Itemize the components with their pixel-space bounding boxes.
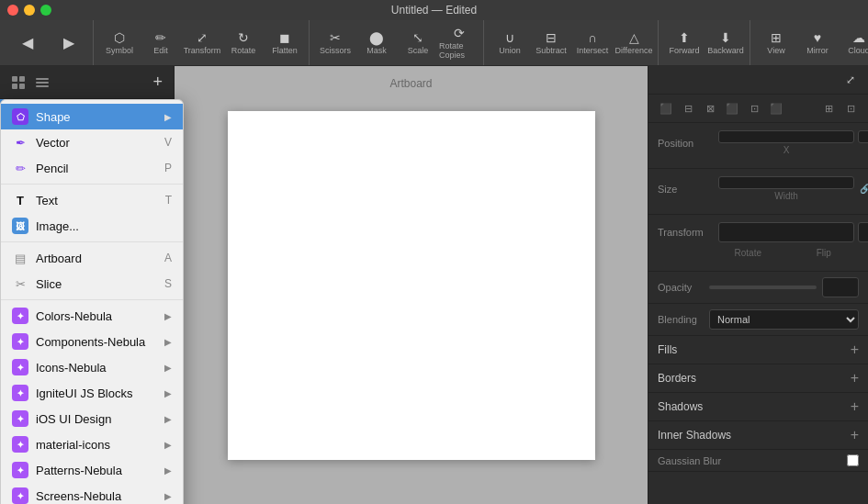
toolbar-transform-button[interactable]: ⤢ Transform [182, 23, 222, 63]
intersect-label: Intersect [577, 46, 609, 55]
inspector-resize-icon[interactable]: ⤢ [840, 70, 861, 90]
toolbar-back-button[interactable]: ◀ [7, 23, 48, 63]
add-inner-shadow-button[interactable]: + [851, 427, 859, 443]
menu-separator [1, 184, 183, 185]
distribute-v-button[interactable]: ⊡ [840, 98, 861, 118]
rotate-icon: ↻ [238, 31, 249, 44]
x-field: X [718, 130, 854, 155]
width-field: Width [718, 176, 854, 201]
opacity-slider[interactable] [709, 286, 817, 289]
toolbar-edit-button[interactable]: ✏ Edit [141, 23, 181, 63]
main-toolbar: ◀ ▶ ⬡ Symbol ✏ Edit ⤢ Transform ↻ Rotate… [0, 20, 868, 66]
toolbar-symbol-button[interactable]: ⬡ Symbol [99, 23, 140, 63]
add-shadow-button[interactable]: + [851, 398, 859, 415]
menu-item-slice[interactable]: ✂SliceS [1, 271, 183, 297]
flip-input[interactable] [858, 222, 868, 242]
minimize-button[interactable] [24, 5, 35, 16]
toolbar-scale-button[interactable]: ⤡ Scale [398, 23, 438, 63]
width-input[interactable] [718, 176, 854, 189]
components-nebula-chevron-icon: ▶ [164, 337, 172, 347]
menu-item-screens-nebula[interactable]: ✦Screens-Nebula▶ [1, 483, 183, 504]
list-mode-button[interactable] [31, 72, 53, 94]
toolbar-rotate-copies-button[interactable]: ⟳ Rotate Copies [439, 23, 479, 63]
menu-item-icons-nebula[interactable]: ✦Icons-Nebula▶ [1, 354, 183, 380]
toolbar-forward-button2[interactable]: ⬆ Forward [664, 23, 705, 63]
align-center-h-button[interactable]: ⊟ [678, 98, 698, 118]
close-button[interactable] [7, 5, 18, 16]
scissors-label: Scissors [320, 46, 351, 55]
toolbar-forward-button[interactable]: ▶ [49, 23, 89, 63]
blending-select[interactable]: Normal [709, 309, 859, 330]
menu-item-igniteuijs[interactable]: ✦IgniteUI JS Blocks▶ [1, 380, 183, 406]
slice-shortcut: S [164, 277, 172, 290]
maximize-button[interactable] [40, 5, 51, 16]
align-top-button[interactable]: ⬛ [722, 98, 742, 118]
right-icon-row: ⤢ [648, 66, 868, 95]
align-right-button[interactable]: ⊠ [700, 98, 720, 118]
menu-item-colors-nebula[interactable]: ✦Colors-Nebula▶ [1, 303, 183, 329]
difference-label: Difference [615, 46, 653, 55]
menu-item-ios-ui[interactable]: ✦iOS UI Design▶ [1, 406, 183, 431]
add-layer-button[interactable]: + [149, 69, 166, 95]
ios-ui-chevron-icon: ▶ [164, 414, 172, 424]
menu-item-image[interactable]: 🖼Image... [1, 213, 183, 239]
toolbar-mask-button[interactable]: ⬤ Mask [356, 23, 397, 63]
lock-icon[interactable]: 🔗 [858, 176, 868, 201]
scale-icon: ⤡ [412, 31, 423, 44]
menu-item-pencil[interactable]: ✏PencilP [1, 155, 183, 181]
rotate-label: Rotate [713, 248, 783, 258]
view-label: View [767, 46, 784, 55]
icons-nebula-menu-label: Icons-Nebula [36, 361, 157, 375]
title-bar: Untitled — Edited [0, 0, 868, 20]
rotate-input[interactable] [718, 222, 854, 242]
menu-item-material-icons[interactable]: ✦material-icons▶ [1, 431, 183, 457]
menu-item-patterns-nebula[interactable]: ✦Patterns-Nebula▶ [1, 457, 183, 483]
shape-menu-label: Shape [36, 110, 157, 124]
rotate-label: Rotate [231, 46, 256, 55]
transform-group: Transform Rotate Flip [648, 215, 868, 272]
gaussian-blur-toggle[interactable] [847, 454, 859, 466]
menu-item-artboard[interactable]: ▤ArtboardA [1, 245, 183, 271]
canvas-area[interactable]: Artboard [175, 66, 648, 504]
transform-inputs [718, 222, 868, 242]
toolbar-subtract-button[interactable]: ⊟ Subtract [531, 23, 571, 63]
y-input[interactable] [858, 130, 868, 143]
text-shortcut: T [165, 194, 172, 207]
toolbar-scissors-button[interactable]: ✂ Scissors [315, 23, 355, 63]
distribute-h-button[interactable]: ⊞ [818, 98, 839, 118]
menu-item-components-nebula[interactable]: ✦Components-Nebula▶ [1, 329, 183, 354]
toolbar-group-boolean: ∪ Union ⊟ Subtract ∩ Intersect △ Differe… [486, 20, 659, 65]
align-left-button[interactable]: ⬛ [656, 98, 676, 118]
opacity-input[interactable] [822, 277, 859, 297]
toolbar-cloud-button[interactable]: ☁ Cloud [839, 23, 868, 63]
position-group: Position X Y [648, 123, 868, 169]
view-icon: ⊞ [771, 31, 782, 44]
toolbar-flatten-button[interactable]: ◼ Flatten [265, 23, 305, 63]
align-bottom-button[interactable]: ⬛ [766, 98, 786, 118]
icons-nebula-chevron-icon: ▶ [164, 363, 172, 373]
menu-item-text[interactable]: TTextT [1, 187, 183, 213]
add-border-button[interactable]: + [851, 370, 859, 386]
toolbar-view-button[interactable]: ⊞ View [756, 23, 796, 63]
toolbar-rotate-button[interactable]: ↻ Rotate [223, 23, 264, 63]
toolbar-intersect-button[interactable]: ∩ Intersect [572, 23, 613, 63]
toolbar-mirror-button[interactable]: ♥ Mirror [797, 23, 838, 63]
view-mode-button[interactable] [7, 72, 29, 94]
insert-dropdown-menu: ⬠Shape▶✒VectorV✏PencilPTTextT🖼Image...▤A… [0, 99, 184, 504]
y-label: Y [858, 145, 868, 155]
x-input[interactable] [718, 130, 854, 143]
menu-item-vector[interactable]: ✒VectorV [1, 129, 183, 155]
toolbar-difference-button[interactable]: △ Difference [614, 23, 654, 63]
text-menu-label: Text [36, 194, 158, 207]
vector-shortcut: V [164, 136, 172, 149]
menu-item-shape[interactable]: ⬠Shape▶ [1, 104, 183, 129]
backward-label: Backward [707, 46, 744, 55]
left-panel: + ▤ Artboard ⬠Shape▶✒VectorV✏PencilPTTex… [0, 66, 175, 504]
align-center-v-button[interactable]: ⊡ [744, 98, 764, 118]
add-fill-button[interactable]: + [851, 342, 859, 358]
flatten-icon: ◼ [279, 31, 290, 44]
toolbar-backward-button[interactable]: ⬇ Backward [705, 23, 746, 63]
toolbar-group-edit: ✂ Scissors ⬤ Mask ⤡ Scale ⟳ Rotate Copie… [311, 20, 484, 65]
mirror-icon: ♥ [814, 31, 821, 44]
toolbar-union-button[interactable]: ∪ Union [490, 23, 530, 63]
